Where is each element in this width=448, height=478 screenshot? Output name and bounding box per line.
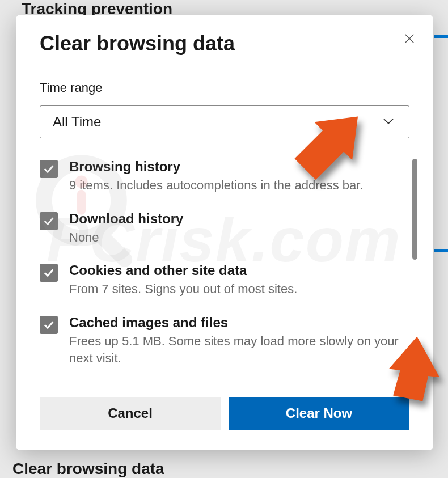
dialog-buttons: Cancel Clear Now — [40, 397, 409, 430]
option-cache: Cached images and files Frees up 5.1 MB.… — [40, 315, 409, 366]
dialog-title: Clear browsing data — [40, 32, 409, 56]
time-range-value: All Time — [53, 114, 101, 130]
option-desc: From 7 sites. Signs you out of most site… — [69, 281, 409, 298]
option-title: Cookies and other site data — [69, 263, 409, 278]
backdrop-stripe — [434, 35, 448, 38]
options-list: Browsing history 9 items. Includes autoc… — [40, 159, 409, 366]
checkmark-icon — [43, 319, 55, 331]
option-desc: None — [69, 229, 409, 246]
checkbox-download-history[interactable] — [40, 212, 58, 230]
option-desc: Frees up 5.1 MB. Some sites may load mor… — [69, 333, 409, 366]
svg-marker-7 — [389, 336, 439, 401]
cancel-button[interactable]: Cancel — [40, 397, 221, 430]
clear-browsing-data-dialog: Clear browsing data Time range All Time … — [16, 15, 433, 450]
scrollbar-th项目[interactable] — [412, 159, 417, 260]
checkbox-cache[interactable] — [40, 316, 58, 334]
close-icon — [403, 32, 416, 45]
time-range-label: Time range — [40, 81, 409, 95]
option-download-history: Download history None — [40, 211, 409, 246]
checkmark-icon — [43, 215, 55, 227]
annotation-arrow-1 — [290, 112, 361, 183]
checkbox-browsing-history[interactable] — [40, 160, 58, 178]
chevron-down-icon — [381, 113, 396, 131]
option-cookies: Cookies and other site data From 7 sites… — [40, 263, 409, 298]
options-scroll-area: Browsing history 9 items. Includes autoc… — [40, 159, 409, 377]
backdrop-stripe-2 — [434, 249, 448, 252]
option-title: Cached images and files — [69, 315, 409, 331]
close-button[interactable] — [401, 31, 417, 46]
checkbox-cookies[interactable] — [40, 264, 58, 282]
checkmark-icon — [43, 267, 55, 279]
svg-marker-6 — [294, 116, 358, 180]
option-text: Cookies and other site data From 7 sites… — [69, 263, 409, 298]
backdrop-heading-bottom: Clear browsing data — [12, 460, 164, 478]
checkmark-icon — [43, 163, 55, 175]
option-title: Download history — [69, 211, 409, 227]
option-text: Cached images and files Frees up 5.1 MB.… — [69, 315, 409, 366]
annotation-arrow-2 — [372, 332, 442, 403]
option-text: Download history None — [69, 211, 409, 246]
